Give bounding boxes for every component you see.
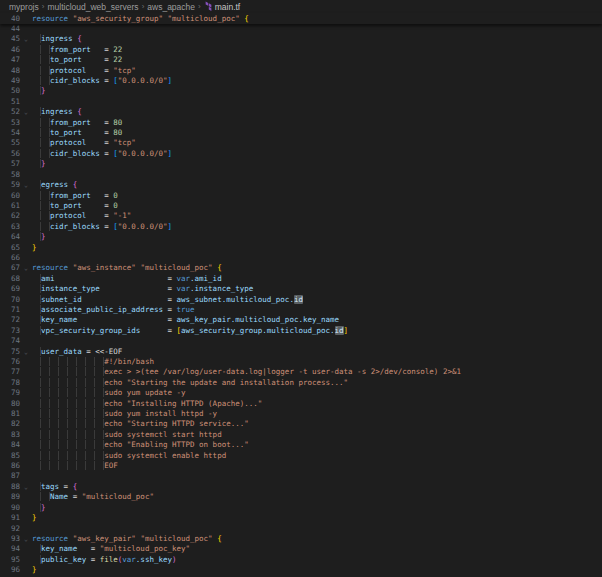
line-number[interactable]: 92 (0, 524, 20, 534)
line-number[interactable]: 44 (0, 24, 20, 34)
line-number[interactable]: 83 (0, 430, 20, 440)
code-line[interactable]: 50 } (0, 86, 602, 96)
breadcrumb-item-aws_apache[interactable]: aws_apache (146, 2, 196, 12)
code-line[interactable]: 79 sudo yum update -y (0, 388, 602, 398)
code-text[interactable]: } (32, 86, 602, 96)
line-number[interactable]: 63 (0, 222, 20, 232)
line-number[interactable]: 57 (0, 159, 20, 169)
line-number[interactable]: 81 (0, 409, 20, 419)
code-text[interactable]: subnet_id = aws_subnet.multicloud_poc.id (32, 295, 602, 305)
code-line[interactable]: 76 #!/bin/bash (0, 357, 602, 367)
code-line[interactable]: 59⌄ egress { (0, 180, 602, 190)
code-line[interactable]: 74 (0, 336, 602, 346)
line-number[interactable]: 62 (0, 211, 20, 221)
line-number[interactable]: 88 (0, 482, 20, 492)
line-number[interactable]: 87 (0, 471, 20, 481)
code-line[interactable]: 93⌄resource "aws_key_pair" "multicloud_p… (0, 534, 602, 544)
code-text[interactable]: from_port = 0 (32, 191, 602, 201)
code-text[interactable]: #!/bin/bash (32, 357, 602, 367)
code-text[interactable]: Name = "multicloud_poc" (32, 492, 602, 502)
line-number[interactable]: 58 (0, 170, 20, 180)
code-text[interactable]: cidr_blocks = ["0.0.0.0/0"] (32, 149, 602, 159)
line-number[interactable]: 90 (0, 503, 20, 513)
line-number[interactable]: 71 (0, 305, 20, 315)
code-text[interactable]: associate_public_ip_address = true (32, 305, 602, 315)
code-text[interactable]: exec > >(tee /var/log/user-data.log|logg… (32, 367, 602, 377)
code-text[interactable]: cidr_blocks = ["0.0.0.0/0"] (32, 76, 602, 86)
code-text[interactable]: } (32, 513, 602, 523)
line-number[interactable]: 66 (0, 253, 20, 263)
line-number[interactable]: 72 (0, 315, 20, 325)
code-text[interactable] (32, 97, 602, 107)
line-number[interactable]: 52 (0, 107, 20, 117)
code-line[interactable]: 86 EOF (0, 461, 602, 471)
code-line[interactable]: 52⌄ ingress { (0, 107, 602, 117)
line-number[interactable]: 68 (0, 274, 20, 284)
fold-chevron-icon[interactable]: ⌄ (20, 34, 32, 44)
code-line[interactable]: 60 from_port = 0 (0, 191, 602, 201)
code-text[interactable]: } (32, 232, 602, 242)
code-text[interactable]: public_key = file(var.ssh_key) (32, 555, 602, 565)
line-number[interactable]: 45 (0, 34, 20, 44)
code-line[interactable]: 73 vpc_security_group_ids = [aws_securit… (0, 326, 602, 336)
code-text[interactable]: from_port = 22 (32, 45, 602, 55)
code-line[interactable]: 92 (0, 524, 602, 534)
code-line[interactable]: 56 cidr_blocks = ["0.0.0.0/0"] (0, 149, 602, 159)
code-line[interactable]: 84 echo "Enabling HTTPD on boot..." (0, 440, 602, 450)
code-line[interactable]: 82 echo "Starting HTTPD service..." (0, 419, 602, 429)
fold-chevron-icon[interactable]: ⌄ (20, 347, 32, 357)
code-text[interactable]: cidr_blocks = ["0.0.0.0/0"] (32, 222, 602, 232)
code-line[interactable]: 54 to_port = 80 (0, 128, 602, 138)
line-number[interactable]: 74 (0, 336, 20, 346)
line-number[interactable]: 80 (0, 399, 20, 409)
code-line[interactable]: 78 echo "Starting the update and install… (0, 378, 602, 388)
code-text[interactable]: protocol = "tcp" (32, 138, 602, 148)
code-line[interactable]: 61 to_port = 0 (0, 201, 602, 211)
line-number[interactable]: 60 (0, 191, 20, 201)
line-number[interactable]: 67 (0, 263, 20, 273)
code-text[interactable]: sudo systemctl start httpd (32, 430, 602, 440)
code-text[interactable]: egress { (32, 180, 602, 190)
fold-chevron-icon[interactable]: ⌄ (20, 534, 32, 544)
line-number[interactable]: 69 (0, 284, 20, 294)
code-line[interactable]: 95 public_key = file(var.ssh_key) (0, 555, 602, 565)
code-text[interactable] (32, 524, 602, 534)
line-number[interactable]: 96 (0, 565, 20, 575)
line-number[interactable]: 40 (0, 13, 20, 24)
code-text[interactable] (32, 336, 602, 346)
code-text[interactable]: sudo yum install httpd -y (32, 409, 602, 419)
code-line[interactable]: 47 to_port = 22 (0, 55, 602, 65)
fold-chevron-icon[interactable]: ⌄ (20, 263, 32, 273)
code-text[interactable]: resource "aws_key_pair" "multicloud_poc"… (32, 534, 602, 544)
line-number[interactable]: 77 (0, 367, 20, 377)
code-line[interactable]: 51 (0, 97, 602, 107)
code-text[interactable]: } (32, 565, 602, 575)
line-number[interactable]: 84 (0, 440, 20, 450)
code-line[interactable]: 58 (0, 170, 602, 180)
code-line[interactable]: 91} (0, 513, 602, 523)
line-number[interactable]: 49 (0, 76, 20, 86)
code-line[interactable]: 62 protocol = "-1" (0, 211, 602, 221)
line-number[interactable]: 86 (0, 461, 20, 471)
line-number[interactable]: 95 (0, 555, 20, 565)
code-line[interactable]: 57 } (0, 159, 602, 169)
fold-chevron-icon[interactable]: ⌄ (20, 107, 32, 117)
breadcrumb-item-multicloud_web_servers[interactable]: multicloud_web_servers (46, 2, 139, 12)
code-text[interactable]: key_name = "multicloud_poc_key" (32, 544, 602, 554)
line-number[interactable]: 89 (0, 492, 20, 502)
code-line[interactable]: 66 (0, 253, 602, 263)
line-number[interactable]: 61 (0, 201, 20, 211)
code-line[interactable]: 96} (0, 565, 602, 575)
line-number[interactable]: 53 (0, 118, 20, 128)
line-number[interactable]: 82 (0, 419, 20, 429)
code-text[interactable]: protocol = "-1" (32, 211, 602, 221)
code-text[interactable]: resource "aws_instance" "multicloud_poc"… (32, 263, 602, 273)
code-text[interactable]: protocol = "tcp" (32, 66, 602, 76)
code-line[interactable]: 69 instance_type = var.instance_type (0, 284, 602, 294)
breadcrumb-item-myprojs[interactable]: myprojs (8, 2, 40, 12)
code-line[interactable]: 77 exec > >(tee /var/log/user-data.log|l… (0, 367, 602, 377)
code-text[interactable] (32, 170, 602, 180)
line-number[interactable]: 65 (0, 243, 20, 253)
breadcrumb-item-main.tf[interactable]: main.tf (203, 1, 242, 12)
code-line[interactable]: 83 sudo systemctl start httpd (0, 430, 602, 440)
